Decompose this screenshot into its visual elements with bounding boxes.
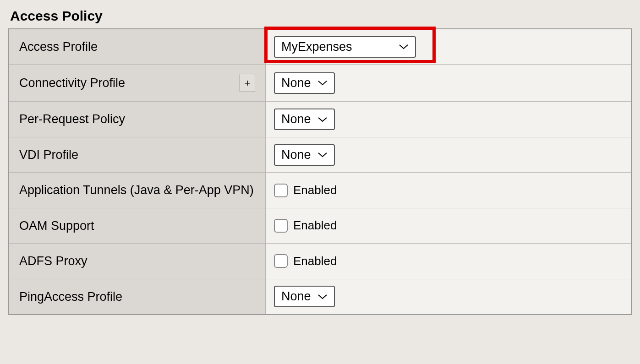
checkbox-label: Enabled [293, 254, 337, 268]
chevron-down-icon [317, 293, 328, 300]
label-app-tunnels: Application Tunnels (Java & Per-App VPN) [9, 173, 266, 207]
control-cell-access-profile: MyExpenses [266, 29, 631, 64]
pingaccess-profile-select[interactable]: None [274, 286, 335, 307]
select-value: None [281, 76, 311, 90]
checkbox-box [274, 254, 288, 268]
access-profile-select[interactable]: MyExpenses [274, 36, 416, 58]
label-adfs-proxy: ADFS Proxy [9, 244, 266, 278]
control-cell-adfs-proxy: Enabled [266, 244, 631, 278]
select-value: None [281, 112, 311, 126]
chevron-down-icon [317, 80, 328, 86]
access-policy-table: Access Profile MyExpenses Connectivity P… [8, 28, 632, 315]
label-text: VDI Profile [19, 147, 78, 163]
label-connectivity-profile: Connectivity Profile + [9, 65, 266, 101]
label-oam-support: OAM Support [9, 208, 266, 243]
checkbox-label: Enabled [293, 218, 337, 233]
row-connectivity-profile: Connectivity Profile + None [9, 65, 631, 102]
checkbox-box [274, 219, 288, 233]
row-app-tunnels: Application Tunnels (Java & Per-App VPN)… [9, 173, 631, 208]
label-text: Access Profile [19, 38, 98, 55]
label-text: Connectivity Profile [19, 75, 125, 91]
checkbox-box [274, 184, 288, 197]
section-title: Access Policy [8, 8, 632, 24]
checkbox-label: Enabled [293, 183, 337, 197]
label-text: Per-Request Policy [19, 111, 125, 127]
row-per-request-policy: Per-Request Policy None [9, 102, 631, 137]
row-vdi-profile: VDI Profile None [9, 137, 631, 173]
oam-support-checkbox[interactable]: Enabled [274, 218, 337, 233]
control-cell-oam-support: Enabled [266, 208, 631, 243]
adfs-proxy-checkbox[interactable]: Enabled [274, 254, 337, 268]
vdi-profile-select[interactable]: None [274, 144, 335, 166]
label-pingaccess-profile: PingAccess Profile [9, 279, 266, 314]
label-access-profile: Access Profile [9, 29, 266, 64]
row-access-profile: Access Profile MyExpenses [9, 29, 631, 65]
control-cell-per-request-policy: None [266, 102, 631, 136]
chevron-down-icon [399, 43, 409, 50]
row-oam-support: OAM Support Enabled [9, 208, 631, 244]
select-value: None [281, 148, 311, 162]
per-request-policy-select[interactable]: None [274, 109, 335, 130]
label-text: ADFS Proxy [19, 253, 88, 269]
row-pingaccess-profile: PingAccess Profile None [9, 279, 631, 314]
label-text: PingAccess Profile [19, 288, 122, 305]
add-connectivity-profile-button[interactable]: + [240, 74, 255, 92]
control-cell-vdi-profile: None [266, 137, 631, 172]
control-cell-pingaccess-profile: None [266, 279, 631, 314]
control-cell-connectivity-profile: None [266, 65, 631, 101]
label-text: Application Tunnels (Java & Per-App VPN) [19, 182, 254, 198]
chevron-down-icon [317, 116, 328, 123]
row-adfs-proxy: ADFS Proxy Enabled [9, 244, 631, 279]
select-value: MyExpenses [281, 40, 352, 54]
select-value: None [281, 289, 311, 304]
control-cell-app-tunnels: Enabled [266, 173, 631, 207]
app-tunnels-checkbox[interactable]: Enabled [274, 183, 337, 197]
label-per-request-policy: Per-Request Policy [9, 102, 266, 136]
label-vdi-profile: VDI Profile [9, 137, 266, 172]
label-text: OAM Support [19, 217, 94, 234]
connectivity-profile-select[interactable]: None [274, 72, 335, 94]
chevron-down-icon [317, 152, 328, 158]
